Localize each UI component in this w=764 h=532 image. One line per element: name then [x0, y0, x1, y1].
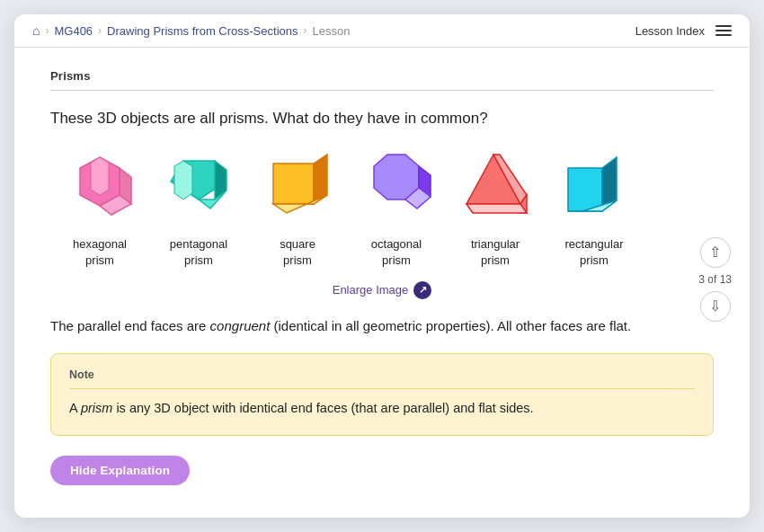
enlarge-icon[interactable]: ↗: [413, 281, 431, 299]
breadcrumb-mg406[interactable]: MG406: [54, 24, 93, 38]
breadcrumb-drawing[interactable]: Drawing Prisms from Cross-Sections: [107, 24, 298, 38]
svg-marker-5: [215, 161, 227, 200]
section-title: Prisms: [50, 69, 714, 83]
octagonal-shape: [360, 148, 432, 229]
topbar: ⌂ › MG406 › Drawing Prisms from Cross-Se…: [14, 14, 750, 48]
svg-marker-17: [466, 204, 527, 213]
hide-explanation-button[interactable]: Hide Explanation: [50, 456, 190, 485]
congruent-italic: congruent: [210, 318, 271, 333]
prism-item-hexagonal: hexagonalprism: [50, 148, 149, 269]
svg-marker-7: [174, 161, 192, 200]
home-icon[interactable]: ⌂: [32, 23, 40, 38]
note-text: A prism is any 3D object with identical …: [69, 398, 695, 419]
description: The parallel end faces are congruent (id…: [50, 315, 714, 337]
prism-label-triangular: triangularprism: [471, 236, 520, 269]
lesson-window: ⌂ › MG406 › Drawing Prisms from Cross-Se…: [14, 14, 750, 518]
hamburger-menu[interactable]: [715, 25, 732, 36]
prism-item-square: squareprism: [248, 148, 347, 269]
hamburger-line3: [715, 34, 732, 36]
prism-item-rectangular: rectangularprism: [545, 148, 644, 269]
note-label: Note: [69, 368, 695, 389]
breadcrumb: ⌂ › MG406 › Drawing Prisms from Cross-Se…: [32, 23, 350, 38]
prism-label-pentagonal: pentagonalprism: [170, 236, 227, 269]
prism-italic: prism: [81, 401, 112, 415]
prism-label-hexagonal: hexagonalprism: [73, 236, 127, 269]
topbar-right: Lesson Index: [635, 24, 732, 38]
prism-label-rectangular: rectangularprism: [564, 236, 623, 269]
prism-item-octagonal: octagonalprism: [347, 148, 446, 269]
prism-label-square: squareprism: [280, 236, 315, 269]
prisms-row: hexagonalprism pentagonalprism: [50, 148, 714, 269]
rectangular-shape: [561, 148, 628, 229]
breadcrumb-lesson: Lesson: [312, 24, 350, 38]
sep2: ›: [98, 24, 102, 37]
main-question: These 3D objects are all prisms. What do…: [50, 107, 714, 130]
svg-rect-8: [273, 164, 314, 204]
svg-rect-18: [568, 168, 602, 211]
note-box: Note A prism is any 3D object with ident…: [50, 353, 714, 436]
prism-item-pentagonal: pentagonalprism: [149, 148, 248, 269]
section-divider: [50, 90, 714, 91]
prev-arrow-button[interactable]: ⇧: [700, 237, 731, 268]
main-content: Prisms These 3D objects are all prisms. …: [14, 48, 750, 510]
square-shape: [264, 148, 332, 229]
next-arrow-button[interactable]: ⇩: [700, 291, 731, 322]
enlarge-link[interactable]: Enlarge Image: [333, 283, 409, 297]
svg-marker-3: [91, 157, 109, 195]
enlarge-row: Enlarge Image ↗: [50, 281, 714, 299]
lesson-index-button[interactable]: Lesson Index: [635, 24, 705, 38]
pentagonal-shape: [165, 148, 233, 229]
nav-arrows: ⇧ 3 of 13 ⇩: [698, 237, 732, 322]
svg-marker-11: [374, 155, 419, 200]
sep3: ›: [303, 24, 306, 37]
triangular-shape: [462, 148, 529, 229]
hamburger-line2: [715, 30, 732, 31]
hamburger-line1: [715, 25, 732, 27]
prism-item-triangular: triangularprism: [446, 148, 545, 269]
hexagonal-shape: [64, 148, 136, 229]
prism-label-octagonal: octagonalprism: [371, 236, 422, 269]
pagination-label: 3 of 13: [698, 273, 732, 286]
sep1: ›: [45, 24, 49, 37]
